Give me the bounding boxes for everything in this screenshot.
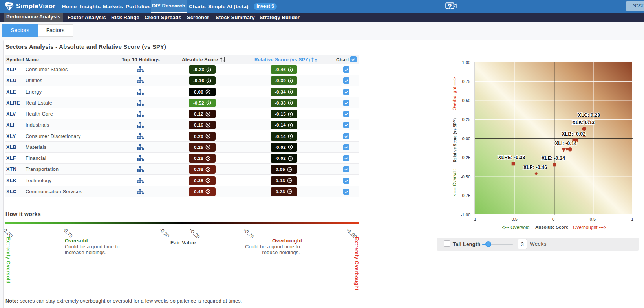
svg-text:XLK: 0.13: XLK: 0.13: [573, 120, 595, 125]
svg-text:?: ?: [448, 3, 452, 10]
svg-text:XLB: -0.02: XLB: -0.02: [562, 131, 586, 137]
svg-text:XLE: -0.34: XLE: -0.34: [542, 156, 565, 161]
svg-text:XLP: -0.46: XLP: -0.46: [523, 165, 547, 170]
svg-text:XLRE: -0.33: XLRE: -0.33: [498, 155, 525, 160]
svg-text:XLC: 0.23: XLC: 0.23: [578, 112, 600, 118]
svg-text:XLI: -0.14: XLI: -0.14: [555, 141, 576, 146]
